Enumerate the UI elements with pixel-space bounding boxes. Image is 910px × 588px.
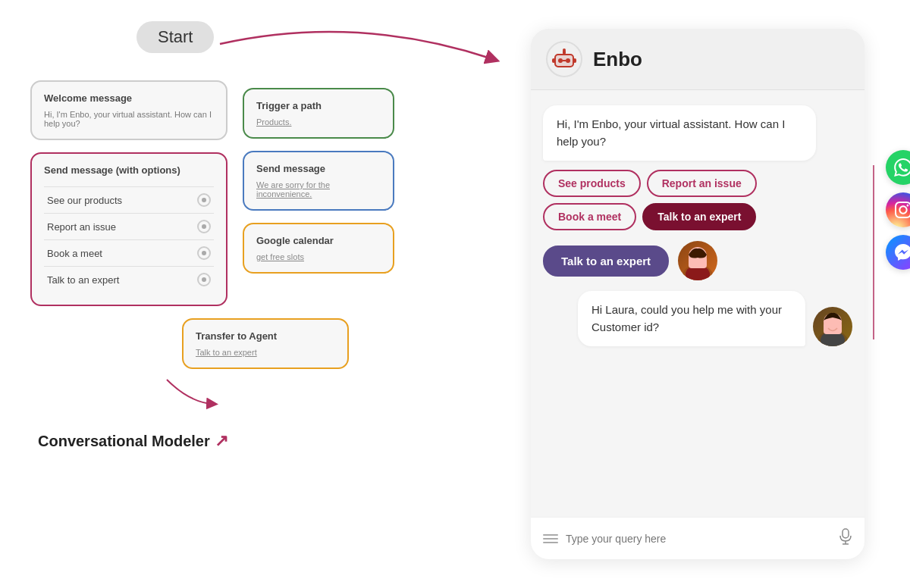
whatsapp-btn[interactable] [886, 150, 910, 185]
transfer-arrow [106, 372, 258, 410]
selected-expert-btn[interactable]: Talk to an expert [543, 246, 669, 277]
calendar-title: Google calendar [256, 235, 381, 246]
social-icons [886, 150, 910, 270]
chat-widget: Enbo Hi, I'm Enbo, your virtual assistan… [531, 29, 864, 559]
svg-rect-7 [552, 58, 555, 63]
book-meet-btn[interactable]: Book a meet [543, 203, 636, 230]
trigger-content: Products. [256, 117, 381, 127]
svg-rect-16 [824, 322, 842, 334]
user-message-row: Hi Laura, could you help me with your Cu… [543, 291, 852, 346]
report-issue-btn[interactable]: Report an issue [647, 170, 757, 197]
start-node: Start [136, 21, 214, 53]
svg-point-3 [566, 58, 570, 63]
option-label: Talk to an expert [47, 274, 119, 286]
left-column: Welcome message Hi, I'm Enbo, your virtu… [30, 80, 228, 306]
trigger-title: Trigger a path [256, 100, 381, 111]
list-item[interactable]: See our products [44, 186, 214, 213]
send-msg-node: Send message We are sorry for the inconv… [243, 151, 394, 211]
messenger-btn[interactable] [886, 235, 910, 270]
send-msg-title: Send message [256, 163, 381, 174]
talk-expert-btn[interactable]: Talk to an expert [642, 203, 756, 230]
chat-input[interactable] [566, 533, 831, 545]
svg-point-6 [563, 48, 566, 52]
modeler-title: Conversational Modeler [38, 433, 210, 450]
transfer-row: Transfer to Agent Talk to an expert [30, 311, 455, 369]
user-bubble: Hi Laura, could you help me with your Cu… [578, 291, 805, 346]
chat-input-area [531, 517, 864, 559]
welcome-node: Welcome message Hi, I'm Enbo, your virtu… [30, 80, 228, 140]
list-item[interactable]: Report an issue [44, 213, 214, 239]
calendar-content: get free slots [256, 252, 381, 261]
see-products-btn[interactable]: See products [543, 170, 641, 197]
transfer-title: Transfer to Agent [196, 330, 335, 342]
chat-body: Hi, I'm Enbo, your virtual assistant. Ho… [531, 90, 864, 517]
transfer-content: Talk to an expert [196, 348, 335, 357]
nodes-area: Welcome message Hi, I'm Enbo, your virtu… [30, 80, 455, 306]
option-connector [197, 220, 211, 233]
svg-rect-17 [843, 529, 849, 538]
list-item[interactable]: Talk to an expert [44, 266, 214, 292]
chat-options-row: See products Report an issue Book a meet… [543, 170, 852, 230]
mic-icon[interactable] [839, 528, 852, 549]
option-connector [197, 246, 211, 260]
male-avatar [813, 307, 852, 346]
expert-selected-row: Talk to an expert [543, 241, 852, 280]
option-label: See our products [47, 195, 122, 206]
option-connector [197, 273, 211, 286]
modeler-section: Start Welcome message Hi, I'm Enbo, your… [30, 21, 455, 567]
right-column: Trigger a path Products. Send message We… [243, 88, 394, 306]
transfer-node: Transfer to Agent Talk to an expert [182, 318, 349, 369]
list-item[interactable]: Book a meet [44, 239, 214, 266]
svg-rect-8 [573, 58, 576, 63]
welcome-bubble: Hi, I'm Enbo, your virtual assistant. Ho… [543, 105, 816, 161]
female-avatar [678, 241, 717, 280]
send-msg-content: We are sorry for the inconvenience. [256, 180, 381, 199]
label-arrow: ↗ [215, 431, 228, 451]
send-options-title: Send message (with options) [44, 164, 214, 176]
chat-header: Enbo [531, 29, 864, 90]
bot-welcome-message: Hi, I'm Enbo, your virtual assistant. Ho… [543, 105, 852, 230]
chat-bot-name: Enbo [593, 48, 642, 71]
option-connector [197, 193, 211, 207]
calendar-node: Google calendar get free slots [243, 223, 394, 274]
option-label: Book a meet [47, 248, 102, 259]
social-connector [872, 158, 887, 347]
main-container: Start Welcome message Hi, I'm Enbo, your… [0, 0, 910, 588]
welcome-title: Welcome message [44, 92, 214, 104]
bot-icon [546, 41, 582, 77]
modeler-label: Conversational Modeler ↗ [38, 431, 455, 451]
instagram-btn[interactable] [886, 192, 910, 227]
svg-point-2 [558, 58, 563, 63]
option-label: Report an issue [47, 221, 116, 233]
send-options-node: Send message (with options) See our prod… [30, 152, 228, 306]
trigger-node: Trigger a path Products. [243, 88, 394, 139]
svg-rect-12 [689, 256, 707, 268]
welcome-content: Hi, I'm Enbo, your virtual assistant. Ho… [44, 110, 214, 128]
menu-icon[interactable] [543, 534, 558, 543]
options-list: See our products Report an issue Book a … [44, 186, 214, 292]
chat-section: Enbo Hi, I'm Enbo, your virtual assistan… [531, 29, 880, 559]
